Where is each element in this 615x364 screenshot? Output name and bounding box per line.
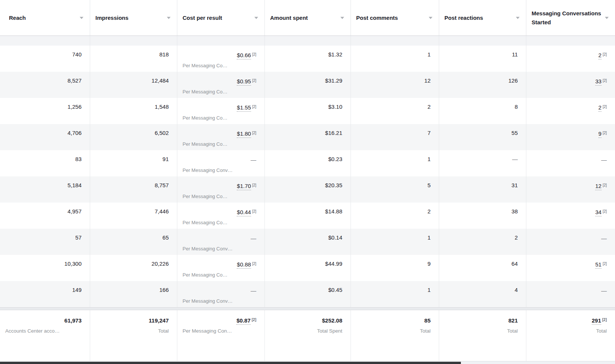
cell-post-comments: 1 bbox=[351, 281, 439, 307]
cell-messaging-conversations: 34[2] bbox=[526, 203, 615, 229]
ads-manager-report-table: Reach Impressions Cost per result Amount… bbox=[0, 0, 615, 364]
footnote-ref: [2] bbox=[603, 105, 607, 109]
column-header-label: Messaging Conversations Started bbox=[532, 9, 602, 27]
caret-down-icon[interactable] bbox=[80, 17, 83, 19]
cost-value: — bbox=[251, 235, 256, 242]
cell-amount-spent: $16.21 bbox=[265, 124, 351, 150]
cell-messaging-conversations: 2[2] bbox=[526, 46, 615, 72]
footnote-ref: [2] bbox=[603, 262, 607, 266]
cell-impressions: 6,502 bbox=[90, 124, 177, 150]
cell-cost-per-result: $0.88[2] Per Messaging Co… bbox=[177, 255, 265, 281]
total-amount-spent: $252.08 Total Spent bbox=[265, 310, 351, 361]
table-row: 4,957 7,446 $0.44[2] Per Messaging Co… $… bbox=[0, 203, 615, 229]
cell-reach: 83 bbox=[0, 150, 90, 176]
cell-post-comments: 1 bbox=[351, 229, 439, 255]
cost-sublabel: Per Messaging Co… bbox=[183, 114, 256, 121]
total-post-comments: 85 Total bbox=[351, 310, 439, 361]
cell-amount-spent: $3.10 bbox=[265, 98, 351, 124]
totals-divider bbox=[0, 307, 615, 310]
column-header-label: Cost per result bbox=[183, 13, 222, 22]
caret-down-icon[interactable] bbox=[429, 17, 432, 19]
caret-down-icon[interactable] bbox=[340, 17, 344, 19]
cost-sublabel: Per Messaging Co… bbox=[183, 88, 256, 95]
cell-impressions: 818 bbox=[90, 46, 177, 72]
footnote-ref: [2] bbox=[603, 52, 607, 56]
cell-impressions: 166 bbox=[90, 281, 177, 307]
footnote-ref: [2] bbox=[252, 183, 256, 187]
cost-value: $0.95 bbox=[237, 78, 251, 86]
column-header-post-comments[interactable]: Post comments bbox=[351, 0, 439, 36]
total-impressions: 119,247 Total bbox=[90, 310, 177, 361]
column-header-messaging-conversations-started[interactable]: Messaging Conversations Started bbox=[526, 0, 615, 36]
footnote-ref: [2] bbox=[252, 318, 256, 322]
messaging-value: 291 bbox=[592, 317, 601, 325]
footnote-ref: [2] bbox=[602, 318, 607, 322]
column-header-cost-per-result[interactable]: Cost per result bbox=[177, 0, 265, 36]
column-header-post-reactions[interactable]: Post reactions bbox=[439, 0, 526, 36]
cell-amount-spent: $31.29 bbox=[265, 72, 351, 98]
table-row: 740 818 $0.66[2] Per Messaging Co… $1.32… bbox=[0, 46, 615, 72]
cell-amount-spent bbox=[265, 36, 351, 46]
caret-down-icon[interactable] bbox=[254, 17, 258, 19]
cell-messaging-conversations bbox=[526, 36, 615, 46]
cell-messaging-conversations: 51[2] bbox=[526, 255, 615, 281]
table-row: 4,706 6,502 $1.80[2] Per Messaging Co… $… bbox=[0, 124, 615, 150]
cell-reach: 8,527 bbox=[0, 72, 90, 98]
cell-cost-per-result: $0.95[2] Per Messaging Co… bbox=[177, 72, 265, 98]
cost-value: $1.55 bbox=[237, 104, 251, 112]
cell-messaging-conversations: 33[2] bbox=[526, 72, 615, 98]
cell-cost-per-result: Per Messaging Conv… bbox=[177, 36, 265, 46]
column-header-label: Amount spent bbox=[270, 13, 308, 22]
cost-sublabel: Per Messaging Conv… bbox=[183, 245, 256, 252]
cell-impressions: 1,548 bbox=[90, 98, 177, 124]
column-header-impressions[interactable]: Impressions bbox=[90, 0, 177, 36]
cell-reach: 1,256 bbox=[0, 98, 90, 124]
cell-post-reactions: 55 bbox=[439, 124, 526, 150]
cell-reach: 740 bbox=[0, 46, 90, 72]
column-header-label: Post comments bbox=[356, 13, 398, 22]
cell-reach: 10,300 bbox=[0, 255, 90, 281]
footnote-ref: [2] bbox=[252, 209, 256, 213]
cost-value: $1.80 bbox=[237, 130, 251, 138]
cell-impressions: 65 bbox=[90, 229, 177, 255]
horizontal-scrollbar[interactable] bbox=[0, 362, 461, 364]
total-label: Total bbox=[95, 327, 169, 334]
cell-post-reactions: 38 bbox=[439, 203, 526, 229]
cell-cost-per-result: — Per Messaging Conv… bbox=[177, 281, 265, 307]
footnote-ref: [2] bbox=[603, 183, 607, 187]
cell-post-comments: 9 bbox=[351, 255, 439, 281]
cell-cost-per-result: — Per Messaging Conv… bbox=[177, 229, 265, 255]
table-row: 8,527 12,484 $0.95[2] Per Messaging Co… … bbox=[0, 72, 615, 98]
cell-post-comments bbox=[351, 36, 439, 46]
column-header-reach[interactable]: Reach bbox=[0, 0, 90, 36]
caret-down-icon[interactable] bbox=[167, 17, 171, 19]
messaging-value: 12 bbox=[595, 182, 602, 190]
caret-down-icon[interactable] bbox=[605, 17, 609, 19]
cell-amount-spent: $1.32 bbox=[265, 46, 351, 72]
cost-sublabel: Per Messaging Conv… bbox=[183, 167, 256, 174]
cell-impressions: 7,446 bbox=[90, 203, 177, 229]
total-label: Accounts Center acco… bbox=[5, 327, 82, 334]
footnote-ref: [2] bbox=[603, 209, 607, 213]
messaging-value: 34 bbox=[595, 209, 602, 216]
cell-cost-per-result: $0.44[2] Per Messaging Co… bbox=[177, 203, 265, 229]
cell-post-reactions: 126 bbox=[439, 72, 526, 98]
totals-row: 61,973 Accounts Center acco… 119,247 Tot… bbox=[0, 310, 615, 361]
footnote-ref: [2] bbox=[252, 262, 256, 266]
cell-impressions bbox=[90, 36, 177, 46]
cell-amount-spent: $0.23 bbox=[265, 150, 351, 176]
total-cost-per-result: $0.87[2] Per Messaging Con… bbox=[177, 310, 265, 361]
cell-reach: 149 bbox=[0, 281, 90, 307]
table-header-row: Reach Impressions Cost per result Amount… bbox=[0, 0, 615, 36]
cost-sublabel: Per Messaging Conv… bbox=[183, 297, 256, 305]
column-header-amount-spent[interactable]: Amount spent bbox=[265, 0, 351, 36]
caret-down-icon[interactable] bbox=[516, 17, 520, 19]
total-label: Total bbox=[444, 327, 518, 334]
cell-reach: 57 bbox=[0, 229, 90, 255]
table-row: 5,184 8,757 $1.70[2] Per Messaging Co… $… bbox=[0, 176, 615, 203]
cell-post-comments: 5 bbox=[351, 176, 439, 203]
cell-messaging-conversations: — bbox=[526, 229, 615, 255]
cost-value: $1.70 bbox=[237, 182, 251, 190]
column-header-label: Post reactions bbox=[444, 13, 483, 22]
cost-sublabel: Per Messaging Co… bbox=[183, 62, 256, 69]
